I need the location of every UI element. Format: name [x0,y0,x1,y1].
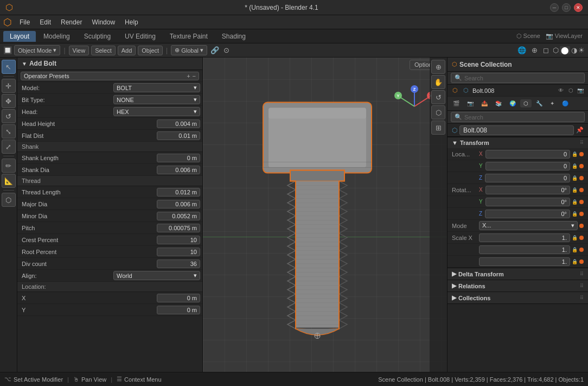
object-menu-btn[interactable]: Object [138,46,163,55]
outliner-search-box[interactable]: 🔍 Search [451,73,585,83]
close-button[interactable]: ✕ [574,3,583,12]
location-y-value[interactable]: 0 m [157,306,200,314]
collections-header[interactable]: ▶ Collections ⠿ [448,292,588,303]
props-tab-scene[interactable]: 🎬 [450,99,463,107]
tab-layout[interactable]: Layout [3,31,36,42]
props-tab-render[interactable]: 📷 [464,99,477,107]
head-height-value[interactable]: 0.004 m [157,119,200,128]
menu-edit[interactable]: Edit [35,17,55,27]
presets-remove-btn[interactable]: − [193,73,196,79]
tab-modeling[interactable]: Modeling [37,31,76,42]
bit-type-dropdown[interactable]: NONE ▾ [113,95,200,104]
rot-x-lock-icon[interactable]: 🔒 [572,187,578,193]
view-menu-btn[interactable]: View [69,46,90,55]
div-count-value[interactable]: 36 [157,260,200,268]
pitch-value[interactable]: 0.00075 m [157,224,200,232]
scale-z-field[interactable]: 1. [479,257,570,266]
select-tool-btn[interactable]: ↖ [2,60,16,74]
rot-y-field[interactable]: 0° [485,198,570,206]
operator-presets-dropdown[interactable]: Operator Presets + − [21,72,199,80]
props-tab-output[interactable]: 📤 [478,99,491,107]
camera-view-btn[interactable]: ⬡ [431,105,445,119]
model-dropdown[interactable]: BOLT ▾ [113,83,200,92]
loc-x-field[interactable]: 0 [485,150,570,159]
loc-y-lock-icon[interactable]: 🔒 [572,163,578,169]
item-visibility-btn[interactable]: 👁 [557,86,565,95]
select-menu-btn[interactable]: Select [91,46,116,55]
menu-help[interactable]: Help [120,17,143,27]
wireframe-btn[interactable]: ⬡ [553,46,559,54]
viewport-3d[interactable]: Z X Y Options ▾ ⊕ ✋ ↺ ⬡ ⊞ [203,58,447,372]
add-primitive-btn[interactable]: ⬡ [2,193,16,207]
flat-dist-value[interactable]: 0.01 m [157,131,200,140]
mode-dropdown[interactable]: X... ▾ [479,221,578,230]
tab-shading[interactable]: Shading [215,31,252,42]
thread-length-value[interactable]: 0.012 m [157,188,200,197]
root-percent-value[interactable]: 10 [157,248,200,256]
collapse-icon[interactable]: ▼ [22,61,27,67]
annotate-tool-btn[interactable]: ✏ [2,159,16,173]
location-x-value[interactable]: 0 m [157,294,200,302]
pan-btn[interactable]: ✋ [431,75,445,89]
shank-dia-value[interactable]: 0.006 m [157,166,200,174]
cursor-tool-btn[interactable]: ✛ [2,79,16,93]
rotate-tool-btn[interactable]: ↺ [2,109,16,123]
rot-x-field[interactable]: 0° [485,186,570,194]
global-dropdown[interactable]: ⊕ Global ▾ [171,45,207,55]
loc-z-field[interactable]: 0 [485,174,570,182]
rot-z-lock-icon[interactable]: 🔒 [572,211,578,217]
menu-render[interactable]: Render [56,17,86,27]
item-selectable-btn[interactable]: ⬡ [566,86,575,95]
minimize-button[interactable]: ─ [550,3,559,12]
scale-y-field[interactable]: 1. [479,245,570,254]
rendered-btn[interactable]: ☀ [578,46,585,54]
loc-y-field[interactable]: 0 [485,162,570,170]
props-tab-world[interactable]: 🌍 [506,99,519,107]
props-tab-particles[interactable]: ✦ [547,99,558,107]
align-dropdown[interactable]: World ▾ [113,271,200,280]
properties-search-box[interactable]: 🔍 Search [451,112,585,122]
scale-x-lock-icon[interactable]: 🔒 [572,235,578,241]
rot-y-lock-icon[interactable]: 🔒 [572,199,578,205]
props-tab-modifier[interactable]: 🔧 [533,99,546,107]
major-dia-value[interactable]: 0.006 m [157,200,200,208]
props-tab-physics[interactable]: 🔵 [559,99,572,107]
tab-sculpting[interactable]: Sculpting [78,31,117,42]
orbit-btn[interactable]: ↺ [431,90,445,104]
item-render-btn[interactable]: 📷 [576,86,585,95]
loc-z-lock-icon[interactable]: 🔒 [572,175,578,181]
scale-tool-btn[interactable]: ⤡ [2,124,16,138]
delta-transform-header[interactable]: ▶ Delta Transform ⠿ [448,268,588,280]
measure-tool-btn[interactable]: 📐 [2,174,16,188]
loc-x-lock-icon[interactable]: 🔒 [572,151,578,157]
move-tool-btn[interactable]: ✥ [2,94,16,108]
pin-button[interactable]: 📌 [576,126,584,134]
object-mode-dropdown[interactable]: Object Mode ▾ [14,45,60,55]
minor-dia-value[interactable]: 0.0052 m [157,212,200,220]
scale-z-lock-icon[interactable]: 🔒 [572,259,578,264]
bolt-outliner-item[interactable]: ⬡ ⬡ Bolt.008 👁 ⬡ 📷 [448,85,588,97]
scale-y-lock-icon[interactable]: 🔒 [572,247,578,252]
rot-z-field[interactable]: 0° [485,210,570,218]
crest-percent-value[interactable]: 10 [157,236,200,244]
solid-btn[interactable]: ⬤ [560,46,570,54]
menu-file[interactable]: File [15,17,34,27]
object-name-field[interactable]: Bolt.008 [459,125,574,135]
material-btn[interactable]: ◑ [571,46,577,54]
head-dropdown[interactable]: HEX ▾ [113,107,200,116]
shank-length-value[interactable]: 0 m [157,154,200,162]
props-tab-view[interactable]: 📚 [492,99,505,107]
add-menu-btn[interactable]: Add [118,46,136,55]
props-tab-object[interactable]: ⬡ [520,99,532,107]
scale-x-field[interactable]: 1. [479,233,570,242]
zoom-to-fit-btn[interactable]: ⊕ [431,60,445,74]
relations-header[interactable]: ▶ Relations ⠿ [448,280,588,292]
transform-section-header[interactable]: ▼ Transform ⠿ [448,137,588,148]
local-view-btn[interactable]: ⊞ [431,121,445,135]
presets-add-btn[interactable]: + [187,73,190,79]
menu-window[interactable]: Window [87,17,119,27]
maximize-button[interactable]: □ [562,3,571,12]
transform-tool-btn[interactable]: ⤢ [2,140,16,154]
tab-uv-editing[interactable]: UV Editing [118,31,162,42]
tab-texture-paint[interactable]: Texture Paint [163,31,214,42]
